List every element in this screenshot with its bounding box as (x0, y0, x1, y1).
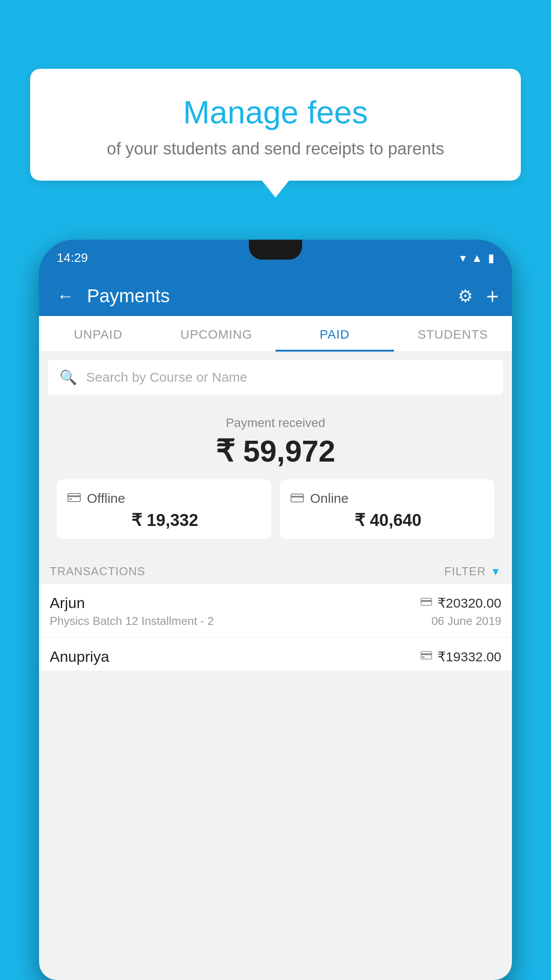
transaction-amount-wrap-2: ₹19332.00 (421, 649, 501, 664)
transaction-top-1: Arjun ₹20320.00 (50, 594, 501, 612)
svg-rect-7 (421, 652, 432, 659)
tabs-bar: UNPAID UPCOMING PAID STUDENTS (39, 316, 512, 352)
tooltip-card: Manage fees of your students and send re… (30, 69, 521, 181)
table-row[interactable]: Anupriya ₹19332.00 (39, 637, 512, 671)
page-title: Payments (87, 285, 449, 307)
phone-notch (249, 240, 302, 260)
svg-rect-2 (69, 498, 72, 500)
transaction-amount-2: ₹19332.00 (437, 649, 501, 664)
svg-rect-0 (68, 494, 80, 502)
offline-amount: ₹ 19,332 (67, 510, 260, 530)
app-content: 🔍 Search by Course or Name Payment recei… (39, 352, 512, 980)
online-card-header: Online (291, 491, 484, 506)
svg-rect-1 (68, 495, 80, 497)
svg-rect-9 (422, 656, 425, 658)
svg-rect-4 (291, 496, 303, 498)
transaction-amount-wrap-1: ₹20320.00 (421, 595, 501, 611)
search-bar[interactable]: 🔍 Search by Course or Name (48, 360, 503, 395)
header-actions: ⚙ + (458, 284, 499, 308)
table-row[interactable]: Arjun ₹20320.00 Physics Batch 12 Install… (39, 584, 512, 637)
payment-cards: Offline ₹ 19,332 Online ₹ 4 (48, 479, 503, 548)
transactions-label: TRANSACTIONS (50, 565, 146, 578)
online-card: Online ₹ 40,640 (280, 479, 494, 539)
filter-button[interactable]: FILTER ▼ (445, 565, 501, 578)
offline-payment-icon-2 (421, 650, 432, 664)
tab-paid[interactable]: PAID (276, 316, 394, 352)
transaction-top-2: Anupriya ₹19332.00 (50, 648, 501, 665)
add-icon[interactable]: + (486, 284, 499, 308)
svg-rect-8 (421, 653, 432, 655)
signal-icon: ▲ (471, 251, 483, 265)
filter-icon: ▼ (490, 565, 501, 578)
online-label: Online (310, 491, 349, 506)
tooltip-title: Manage fees (57, 93, 494, 131)
status-time: 14:29 (57, 251, 88, 265)
payment-summary: Payment received ₹ 59,972 Offline (39, 403, 512, 557)
transaction-desc-1: Physics Batch 12 Installment - 2 (50, 614, 214, 628)
tab-upcoming[interactable]: UPCOMING (157, 316, 276, 352)
offline-label: Offline (87, 491, 125, 506)
online-payment-icon-1 (421, 596, 432, 610)
transaction-amount-1: ₹20320.00 (437, 595, 501, 611)
settings-icon[interactable]: ⚙ (458, 286, 473, 306)
transaction-name-1: Arjun (50, 594, 85, 612)
tooltip-subtitle: of your students and send receipts to pa… (57, 139, 494, 158)
app-header: ← Payments ⚙ + (39, 276, 512, 316)
status-bar: 14:29 ▾ ▲ ▮ (39, 240, 512, 276)
payment-amount: ₹ 59,972 (48, 434, 503, 469)
svg-rect-3 (291, 494, 303, 502)
tab-students[interactable]: STUDENTS (394, 316, 512, 352)
online-icon (291, 491, 304, 506)
transaction-date-1: 06 June 2019 (431, 614, 501, 628)
phone-mockup: 14:29 ▾ ▲ ▮ ← Payments ⚙ + UNPAID UPCOMI… (39, 240, 512, 980)
transactions-header: TRANSACTIONS FILTER ▼ (39, 557, 512, 584)
transaction-list: Arjun ₹20320.00 Physics Batch 12 Install… (39, 584, 512, 671)
search-input[interactable]: Search by Course or Name (86, 370, 248, 385)
tab-unpaid[interactable]: UNPAID (39, 316, 157, 352)
offline-icon (67, 491, 81, 506)
transaction-name-2: Anupriya (50, 648, 109, 665)
search-icon: 🔍 (59, 369, 77, 386)
svg-rect-6 (421, 600, 432, 602)
offline-card: Offline ₹ 19,332 (57, 479, 271, 539)
offline-card-header: Offline (67, 491, 260, 506)
battery-icon: ▮ (488, 251, 494, 265)
online-amount: ₹ 40,640 (291, 510, 484, 530)
back-button[interactable]: ← (52, 282, 78, 310)
transaction-bottom-1: Physics Batch 12 Installment - 2 06 June… (50, 614, 501, 628)
payment-received-label: Payment received (48, 416, 503, 430)
status-icons: ▾ ▲ ▮ (460, 251, 494, 265)
wifi-icon: ▾ (460, 251, 466, 265)
filter-label: FILTER (445, 565, 486, 578)
